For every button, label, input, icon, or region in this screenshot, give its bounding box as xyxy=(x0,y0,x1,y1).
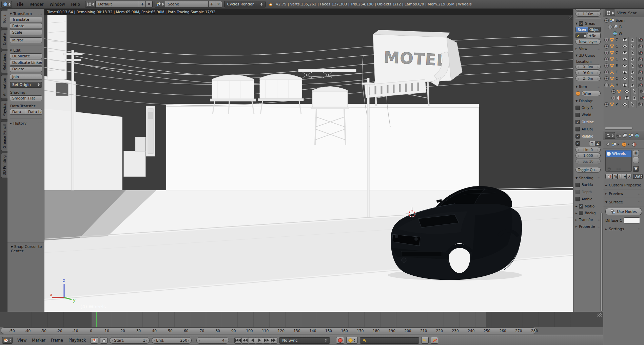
only-render-checkbox[interactable]: Only R xyxy=(575,104,601,111)
render-camera-icon[interactable] xyxy=(636,43,644,50)
shade-smooth-button[interactable]: Smooth xyxy=(10,95,26,101)
menu-item[interactable]: Render xyxy=(26,2,46,7)
visibility-eye-icon[interactable] xyxy=(621,50,628,56)
grease-new-button[interactable]: ✚Ne xyxy=(587,33,601,38)
grid-floor-checkbox[interactable]: ✓ Y Z xyxy=(575,140,601,147)
render-camera-icon[interactable] xyxy=(636,75,644,82)
dimension-field[interactable]: 1.16m xyxy=(575,11,601,17)
outliner-row-object[interactable]: + E xyxy=(603,62,644,69)
dimension-field-partial[interactable] xyxy=(575,9,601,11)
outliner-row-object[interactable]: + C xyxy=(603,37,644,43)
selectability-cursor-icon[interactable] xyxy=(628,50,636,56)
material-specials-dropdown[interactable]: ▼ xyxy=(633,166,639,172)
timeline-ruler[interactable]: -50-40-30-20-100102030405060708090100110… xyxy=(0,327,603,335)
timeline-dopesheet-area[interactable] xyxy=(0,312,603,327)
render-camera-icon[interactable] xyxy=(636,69,644,75)
outliner-row-scene[interactable]: − Scen xyxy=(603,17,644,24)
insert-keyframe-button[interactable] xyxy=(421,337,429,344)
collapse-toggle[interactable]: − xyxy=(604,18,609,23)
visibility-eye-icon[interactable] xyxy=(621,43,628,50)
expand-toggle[interactable]: + xyxy=(608,25,612,29)
outliner-row-child[interactable]: + xyxy=(603,88,644,95)
pin-icon[interactable] xyxy=(605,142,610,147)
grease-draw-dropdown[interactable] xyxy=(575,33,586,38)
panel-header-shading[interactable]: ▼Shading::: xyxy=(575,175,601,181)
selectability-cursor-icon[interactable] xyxy=(628,37,636,43)
editor-type-button[interactable] xyxy=(1,1,12,8)
expand-toggle[interactable]: + xyxy=(604,63,609,68)
panel-header-surface[interactable]: ▼Surface::: xyxy=(603,198,644,206)
screen-layout-button[interactable] xyxy=(85,1,96,8)
outliner-search-menu[interactable]: Sear xyxy=(628,11,637,15)
set-origin-dropdown[interactable]: Set Origin xyxy=(10,82,42,88)
close-layout-button[interactable]: ✕ xyxy=(146,1,153,7)
keying-mode-dropdown[interactable] xyxy=(346,337,358,344)
close-scene-button[interactable]: ✕ xyxy=(215,1,222,7)
tab-tools[interactable]: Tools xyxy=(1,10,7,28)
cursor-y-field[interactable]: Y: 0m xyxy=(575,70,601,75)
timeline-corner-grip[interactable] xyxy=(598,313,602,317)
outliner-row-object[interactable]: + C xyxy=(603,56,644,62)
mirror-button[interactable]: Mirror xyxy=(10,37,42,43)
add-material-slot-button[interactable]: ✚ xyxy=(633,150,639,156)
outliner-row-object[interactable]: − H xyxy=(603,82,644,88)
duplicate-button[interactable]: Duplicate xyxy=(10,53,42,59)
timeline-menu-item[interactable]: Frame xyxy=(48,338,66,343)
scale-button[interactable]: Scale xyxy=(10,30,42,35)
rotate-button[interactable]: Rotate xyxy=(10,23,42,29)
axis-y-toggle[interactable]: Y xyxy=(589,141,595,146)
tab-render-icon[interactable] xyxy=(616,133,621,138)
tab-render-layers-icon[interactable] xyxy=(622,133,627,138)
timeline-ruler-bar[interactable]: -50-40-30-20-100102030405060708090100110… xyxy=(1,327,536,334)
expand-toggle[interactable]: + xyxy=(611,89,616,94)
fake-user-button[interactable]: F xyxy=(618,174,622,179)
time-display-toggle[interactable] xyxy=(91,337,98,344)
new-layer-button[interactable]: New Layer xyxy=(575,39,601,44)
playhead[interactable] xyxy=(96,312,97,327)
visibility-eye-icon[interactable] xyxy=(621,56,628,62)
active-keying-set-field[interactable] xyxy=(360,337,419,344)
grease-scene-toggle[interactable]: Scen xyxy=(575,27,588,32)
selectability-cursor-icon[interactable] xyxy=(628,101,636,108)
panel-header-item[interactable]: ▼Item::: xyxy=(575,83,601,90)
material-slot-active[interactable]: Wheels xyxy=(606,150,631,157)
duplicate-linked-button[interactable]: Duplicate Linked xyxy=(10,60,42,66)
selectability-cursor-icon[interactable] xyxy=(630,95,638,101)
render-camera-icon[interactable] xyxy=(636,56,644,62)
item-name-field[interactable]: Whe xyxy=(582,91,601,96)
end-frame-field[interactable]: End:250 xyxy=(152,337,192,344)
tab-scene-icon[interactable] xyxy=(628,133,633,138)
visibility-eye-icon[interactable] xyxy=(623,88,630,95)
visibility-eye-icon[interactable] xyxy=(621,82,628,88)
operator-panel[interactable]: ▼ Snap Cursor to Center xyxy=(7,242,44,312)
expand-toggle[interactable]: + xyxy=(611,96,616,100)
selectability-cursor-icon[interactable] xyxy=(628,75,636,82)
outliner-row-world[interactable]: W xyxy=(603,30,644,37)
panel-header-view[interactable]: ►View::: xyxy=(575,45,601,52)
screen-layout-name[interactable]: Default xyxy=(96,1,139,7)
new-material-button[interactable]: + xyxy=(622,174,626,179)
render-camera-icon[interactable] xyxy=(636,37,644,43)
visibility-eye-icon[interactable] xyxy=(621,62,628,69)
visibility-eye-icon[interactable] xyxy=(621,69,628,75)
motion-checkbox[interactable]: ✓ xyxy=(579,204,583,208)
collapse-toggle[interactable]: − xyxy=(604,83,609,87)
remove-material-slot-button[interactable]: − xyxy=(633,157,639,163)
expand-toggle[interactable]: + xyxy=(604,57,609,61)
selectability-cursor-icon[interactable] xyxy=(628,82,636,88)
selectability-cursor-icon[interactable] xyxy=(628,69,636,75)
add-layout-button[interactable]: ✚ xyxy=(139,1,146,7)
cursor-x-field[interactable]: X: 0m xyxy=(575,64,601,70)
render-engine-dropdown[interactable]: Cycles Render xyxy=(224,1,266,7)
timeline-menu-item[interactable]: Playback xyxy=(66,338,89,343)
render-camera-icon[interactable] xyxy=(636,101,644,108)
start-frame-field[interactable]: Start:1 xyxy=(110,337,150,344)
menu-item[interactable]: Window xyxy=(46,2,68,7)
panel-header-settings[interactable]: ►Settings::: xyxy=(603,225,644,233)
n-panel-scrollbar[interactable] xyxy=(600,213,603,312)
expand-toggle[interactable]: + xyxy=(604,76,609,81)
render-camera-icon[interactable] xyxy=(638,95,644,101)
jump-to-end-button[interactable] xyxy=(270,337,277,344)
outliner-row-renderlayers[interactable]: + R xyxy=(603,24,644,30)
material-slot-list[interactable]: Wheels + ══ xyxy=(605,150,632,172)
